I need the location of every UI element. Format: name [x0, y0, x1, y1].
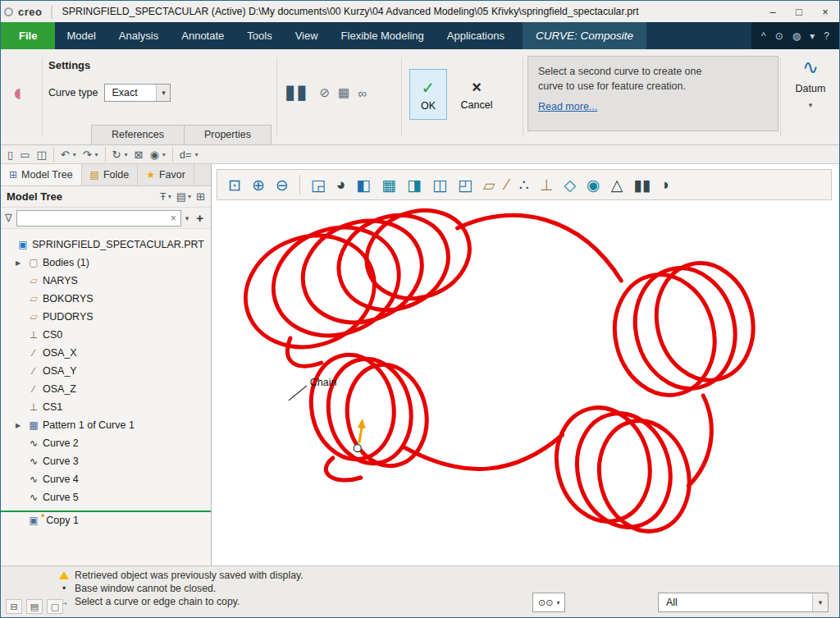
zoom-region-icon[interactable]: ⊡ — [228, 176, 241, 195]
datum-group[interactable]: ∿ Datum ▾ — [785, 56, 836, 109]
view-normal-icon[interactable]: ◫ — [432, 176, 447, 195]
graphics-area[interactable]: ⊡ ⊕ ⊖ ◲ ◕ ◧ ▦ ◨ ◫ ◰ ▱ ∕ ∴ ⊥ ◇ ◉ △ ▮▮ ◗ — [212, 164, 839, 565]
close-window-icon[interactable]: ⊠ — [135, 149, 144, 161]
ribbon-tab[interactable]: View — [284, 22, 330, 49]
tree-filters-icon[interactable]: Ŧ — [160, 190, 167, 203]
selection-filter-dropdown[interactable]: All ▾ — [658, 593, 829, 612]
plain-window-icon[interactable]: ▢ — [47, 599, 63, 614]
canvas-viewport[interactable]: Chain — [212, 164, 839, 565]
pause-icon[interactable]: ▮▮ — [285, 80, 308, 103]
options-caret-icon[interactable]: ▾ — [810, 30, 815, 42]
tree-item[interactable]: ▣ * Copy 1 — [1, 510, 211, 529]
read-more-link[interactable]: Read more... — [538, 99, 597, 114]
saved-orientations-icon[interactable]: ◰ — [458, 176, 472, 195]
tree-expand-icon[interactable]: ▶ — [16, 259, 27, 267]
tree-item[interactable]: ∿ Curve 5 — [1, 488, 211, 506]
selection-handle[interactable] — [354, 445, 361, 452]
context-tab-curve-composite[interactable]: CURVE: Composite — [523, 22, 646, 49]
tab-folder-browser[interactable]: ▤ Folde — [82, 164, 139, 185]
ribbon-tab[interactable]: Model — [55, 22, 107, 49]
feature-preview-icon[interactable]: ▦ — [338, 85, 349, 100]
save-icon[interactable]: ◫ — [36, 149, 46, 161]
regenerate-icon[interactable]: ↻ — [112, 149, 121, 161]
render-style-icon[interactable]: ◨ — [407, 176, 422, 195]
tree-item[interactable]: ∕ OSA_X — [1, 344, 211, 362]
tree-item[interactable]: ∿ Curve 2 — [1, 434, 211, 452]
display-options-icon[interactable]: ◉ — [149, 149, 158, 161]
appearances-icon[interactable]: ▦ — [381, 176, 396, 195]
tree-item[interactable]: ∿ Curve 4 — [1, 470, 211, 488]
maximize-button[interactable]: □ — [788, 3, 810, 20]
spin-center-icon[interactable]: ◉ — [587, 176, 600, 195]
open-file-icon[interactable]: ▭ — [20, 149, 30, 161]
stop-icon[interactable]: ◗ — [661, 176, 670, 194]
ok-button[interactable]: ✓ OK — [409, 69, 447, 120]
csys-display-icon[interactable]: ⊥ — [540, 176, 554, 195]
selection-filter-caret-icon[interactable]: ▾ — [812, 593, 828, 611]
tree-filters-caret-icon[interactable]: ▾ — [168, 193, 171, 200]
shading-icon[interactable]: ◕ — [336, 176, 345, 194]
search-add-button[interactable]: + — [193, 211, 207, 225]
collapse-ribbon-icon[interactable]: ^ — [761, 30, 766, 42]
tab-model-tree[interactable]: ⊞ Model Tree — [1, 164, 82, 185]
zoom-in-icon[interactable]: ⊕ — [252, 176, 265, 195]
tree-options-icon[interactable]: ▤ — [176, 190, 186, 203]
zoom-out-icon[interactable]: ⊖ — [276, 176, 289, 195]
tree-item[interactable]: ▱ PUDORYS — [1, 308, 211, 326]
triangle-display-icon[interactable]: △ — [611, 176, 623, 195]
connect-icon[interactable]: ◍ — [792, 30, 801, 42]
find-caret-icon[interactable]: ▾ — [556, 599, 559, 607]
tree-expand-icon[interactable]: ▶ — [16, 422, 27, 429]
find-in-model-button[interactable]: ⊙⊙ ▾ — [532, 593, 565, 612]
refit-icon[interactable]: ◲ — [311, 176, 326, 195]
tree-item[interactable]: ▶ ▦ Pattern 1 of Curve 1 — [1, 416, 211, 434]
plane-display-icon[interactable]: ▱ — [483, 176, 495, 195]
redo-icon[interactable]: ↷ — [83, 149, 92, 161]
tree-item[interactable]: ▱ BOKORYS — [1, 290, 211, 308]
customize-caret-icon[interactable]: ▾ — [195, 151, 199, 158]
tree-item[interactable]: ⊥ CS1 — [1, 398, 211, 416]
display-style-icon[interactable]: ◧ — [356, 176, 371, 195]
no-preview-icon[interactable]: ⊘ — [319, 85, 330, 100]
new-file-icon[interactable]: ▯ — [7, 149, 13, 161]
measure-icon[interactable]: d= — [180, 149, 192, 161]
ribbon-subtab[interactable]: Properties — [184, 125, 272, 144]
tree-options-caret-icon[interactable]: ▾ — [188, 193, 191, 200]
verify-icon[interactable]: ∞ — [358, 85, 367, 100]
redo-caret-icon[interactable]: ▾ — [95, 151, 98, 158]
undo-icon[interactable]: ↶ — [61, 149, 70, 161]
ribbon-tab[interactable]: Tools — [235, 22, 283, 49]
minimize-button[interactable]: – — [762, 3, 783, 20]
ribbon-tab[interactable]: Applications — [436, 22, 516, 49]
search-clear-icon[interactable]: × — [169, 213, 178, 224]
tree-columns-icon[interactable]: ⊞ — [196, 190, 205, 203]
tree-item[interactable]: ∿ Curve 3 — [1, 452, 211, 470]
tree-item[interactable]: ⊥ CS0 — [1, 326, 211, 344]
cancel-button[interactable]: × Cancel — [455, 69, 498, 120]
tree-item[interactable]: ▱ NARYS — [1, 272, 211, 290]
ribbon-tab[interactable]: Annotate — [170, 22, 235, 49]
tab-favorites[interactable]: ★ Favor — [138, 164, 194, 185]
close-button[interactable]: × — [815, 3, 836, 20]
annotation-display-icon[interactable]: ◇ — [564, 176, 576, 195]
axis-display-icon[interactable]: ∕ — [506, 176, 509, 194]
undo-caret-icon[interactable]: ▾ — [73, 151, 76, 158]
display-caret-icon[interactable]: ▾ — [162, 151, 166, 158]
dropdown-caret-icon[interactable]: ▾ — [156, 85, 170, 101]
tree-item[interactable]: ▶ ▢ Bodies (1) — [1, 254, 211, 272]
tree-item[interactable]: ▣ SPRINGFIELD_SPECTACULAR.PRT — [1, 236, 211, 254]
tree-search-input[interactable] — [20, 212, 169, 225]
ribbon-subtab[interactable]: References — [91, 125, 185, 144]
curve-type-dropdown[interactable]: Exact ▾ — [104, 84, 171, 102]
ribbon-tab[interactable]: Analysis — [107, 22, 170, 49]
browser-toggle-icon[interactable]: ▤ — [26, 599, 43, 614]
point-display-icon[interactable]: ∴ — [519, 176, 529, 195]
command-search-icon[interactable]: ⊙ — [775, 30, 783, 42]
help-icon[interactable]: ? — [824, 30, 829, 42]
search-options-caret-icon[interactable]: ▾ — [185, 214, 189, 222]
tree-item[interactable]: ∕ OSA_Y — [1, 362, 211, 380]
ribbon-tab[interactable]: File — [1, 22, 55, 49]
pause-icon[interactable]: ▮▮ — [633, 176, 651, 195]
datum-caret-icon[interactable]: ▾ — [785, 101, 836, 109]
ribbon-tab[interactable]: Flexible Modeling — [330, 22, 436, 49]
